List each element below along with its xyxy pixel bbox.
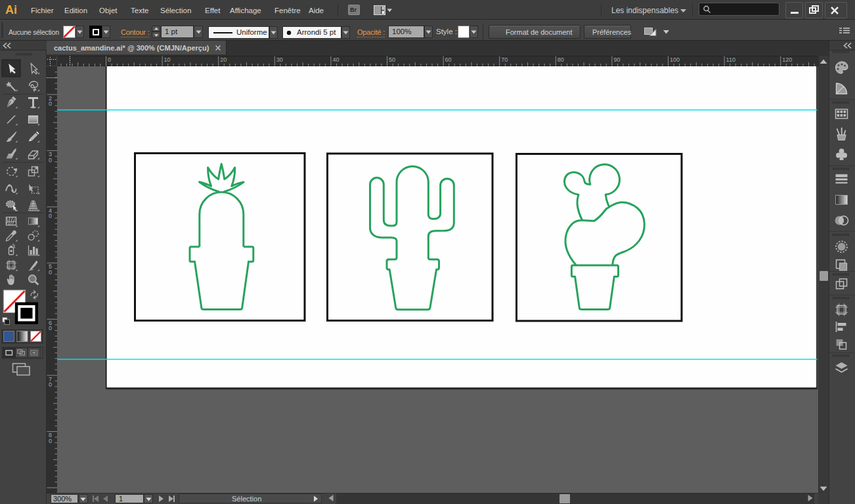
svg-text:20: 20 [220,56,227,63]
svg-text:0: 0 [108,56,111,63]
svg-text:110: 110 [726,56,735,63]
svg-text:0: 0 [49,157,52,163]
svg-text:0: 0 [49,269,52,276]
svg-text:80: 80 [558,56,564,63]
svg-text:0: 0 [49,213,52,219]
svg-text:0: 0 [49,325,52,331]
svg-text:90: 90 [613,56,620,63]
svg-text:30: 30 [276,56,283,63]
svg-text:60: 60 [445,56,452,63]
svg-text:40: 40 [332,56,339,63]
svg-text:100: 100 [670,56,680,63]
svg-text:10: 10 [164,56,171,63]
svg-text:120: 120 [782,56,792,63]
svg-text:70: 70 [501,56,508,63]
svg-text:0: 0 [49,381,52,388]
svg-text:0: 0 [49,438,52,444]
svg-text:0: 0 [49,100,52,107]
svg-text:50: 50 [389,56,395,63]
